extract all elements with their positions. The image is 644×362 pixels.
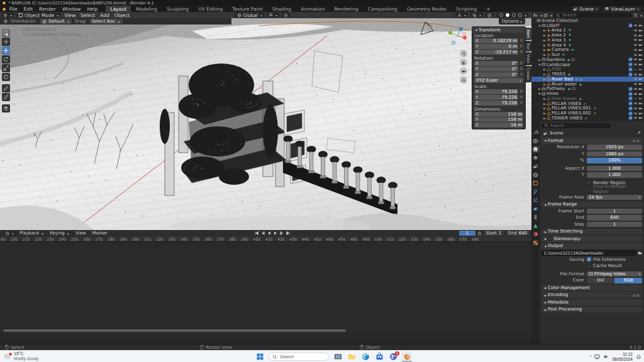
timeline-menu-keying[interactable]: Keying▾ (47, 231, 72, 236)
lock-icon[interactable] (519, 101, 523, 106)
outliner-row-area-1[interactable]: ▶Area 1 (531, 28, 644, 33)
taskbar-app-store[interactable] (374, 352, 384, 362)
cam-icon[interactable] (638, 57, 643, 62)
weather-widget[interactable]: 15°CMostly cloudy (3, 351, 38, 361)
eye-closed-icon[interactable] (633, 96, 638, 101)
lock-icon[interactable] (519, 95, 523, 100)
outliner-editor-icon[interactable] (533, 13, 538, 18)
cam-icon[interactable] (638, 43, 643, 47)
orientation-select[interactable]: Default▾ (40, 19, 72, 24)
outliner-row-scene-collection[interactable]: Scene Collection (531, 18, 644, 23)
menu-edit[interactable]: Edit (21, 6, 36, 12)
check-icon[interactable] (628, 87, 633, 91)
workspace-tab-sculpting[interactable]: Sculpting (162, 6, 194, 12)
outliner-row-light[interactable]: ▼LIGHT (531, 23, 644, 28)
viewport-menu-select[interactable]: Select (78, 13, 97, 18)
outliner-row-river-water[interactable]: ▶River water (531, 82, 644, 87)
cam-icon[interactable] (638, 72, 643, 77)
lock-icon[interactable] (519, 72, 523, 77)
snap-dropdown[interactable]: ▾ (267, 13, 279, 18)
shading-rendered-icon[interactable] (518, 13, 522, 17)
prop-value-field[interactable]: 100% (587, 158, 642, 163)
cam-icon[interactable] (638, 106, 643, 111)
properties-tab-modifiers[interactable] (532, 189, 540, 195)
prop-value-field[interactable]: 1 (587, 222, 642, 228)
display-tray-icon[interactable] (594, 354, 600, 359)
lock-icon[interactable] (519, 89, 523, 94)
timeline-ruler[interactable]: 1902002102202302402502602702802903003103… (0, 236, 531, 242)
sidebar-tab-tool[interactable]: Tool (526, 41, 531, 52)
scale-y-field[interactable]: Y79.226 (474, 95, 523, 100)
cam-icon[interactable] (638, 101, 643, 106)
prop-dropdown[interactable]: 24 fps▾ (587, 195, 642, 200)
tool-scale-button[interactable] (2, 64, 10, 72)
properties-tab-object[interactable] (532, 180, 540, 187)
overlays-toggle[interactable]: ▾ (470, 13, 483, 18)
timeline-track-area[interactable] (0, 242, 531, 334)
cam-icon[interactable] (638, 77, 643, 81)
location-z-field[interactable]: Z-10.217 m (474, 50, 523, 55)
outliner-row-pillar-vines[interactable]: ▶PILLAR VINES (531, 101, 644, 106)
eye-icon[interactable] (633, 28, 638, 33)
properties-panel-header[interactable]: ▾Properties (472, 128, 525, 129)
panel-header-post-processing[interactable]: ▸Post Processing (541, 307, 642, 313)
menu-help[interactable]: Help (84, 6, 101, 12)
timeline-menu-playback[interactable]: Playback▾ (17, 231, 46, 236)
blender-menu-icon[interactable] (2, 7, 6, 11)
orientation-dropdown[interactable]: Global▾ (235, 13, 264, 18)
dimensions-x-field[interactable]: X158 m (474, 112, 523, 117)
cam-icon[interactable] (638, 111, 643, 116)
output-path-field[interactable]: C:\Users\322134\Downloads\ (541, 250, 636, 256)
panel-header-output[interactable]: ▾Output (541, 243, 642, 250)
current-frame-field[interactable]: 1 (459, 231, 475, 236)
tool-add-cube-button[interactable] (2, 104, 10, 112)
eye-icon[interactable] (633, 38, 638, 42)
properties-tab-view-layer[interactable] (532, 155, 540, 162)
menu-render[interactable]: Render (36, 6, 59, 12)
cam-icon[interactable] (638, 87, 643, 91)
prop-dropdown[interactable]: FFmpeg Video▾ (587, 272, 642, 277)
workspace-tab-shading[interactable]: Shading (268, 6, 296, 12)
shading-wireframe-icon[interactable] (499, 13, 503, 17)
gizmo-toggle[interactable]: ▾ (455, 13, 468, 18)
color-option-rgb[interactable]: RGB (614, 278, 642, 283)
check-icon[interactable] (628, 106, 633, 111)
location-x-field[interactable]: X0.18219 m (474, 38, 523, 43)
outliner-row-pillar-vines-002[interactable]: ▶PILLAR VINES.002 (531, 111, 644, 116)
next-keyframe-button[interactable] (279, 231, 284, 236)
eye-icon[interactable] (633, 48, 638, 52)
prop-value-field[interactable]: 1.000 (587, 166, 642, 172)
scene-selector[interactable]: Scene ✕ (571, 6, 600, 11)
3d-viewport[interactable]: ▾ Object Mode▾ ViewSelectAddObject Globa… (0, 12, 531, 230)
properties-tab-texture[interactable] (532, 239, 540, 246)
prop-value-field[interactable]: 1080 px (587, 151, 642, 157)
jump-to-start-button[interactable] (253, 231, 259, 236)
sidebar-tab-create[interactable]: Create (526, 66, 531, 82)
frame-start-field[interactable]: Start1 (484, 231, 504, 236)
check-icon[interactable] (628, 67, 633, 72)
outliner-row-gardens[interactable]: ▶Gardens (531, 57, 644, 62)
eye-icon[interactable] (633, 92, 638, 96)
perspective-toggle-button[interactable] (460, 76, 467, 84)
timeline-scrollbar[interactable] (3, 329, 346, 332)
jump-to-end-button[interactable] (285, 231, 291, 236)
eye-icon[interactable] (633, 23, 638, 28)
properties-tab-particles[interactable] (532, 197, 540, 204)
eye-icon[interactable] (633, 33, 638, 38)
check-icon[interactable] (628, 57, 633, 62)
prop-value-field[interactable]: 1 (587, 209, 642, 214)
tool-select-box-button[interactable] (2, 29, 10, 37)
viewport-menu-view[interactable]: View (62, 13, 78, 18)
check-icon[interactable] (628, 72, 633, 77)
prev-keyframe-button[interactable] (260, 231, 265, 236)
outliner-search-input[interactable] (562, 13, 630, 18)
prop-value-field[interactable]: 640 (587, 215, 642, 221)
color-option-bw[interactable]: BW (587, 278, 614, 283)
cam-icon[interactable] (638, 96, 643, 101)
scale-x-field[interactable]: X79.226 (474, 89, 523, 94)
cam-icon[interactable] (638, 67, 643, 72)
location-y-field[interactable]: Y0 m (474, 44, 523, 49)
cam-icon[interactable] (638, 28, 643, 33)
timeline-menu-marker[interactable]: Marker (89, 231, 109, 236)
unlink-scene-icon[interactable]: ✕ (595, 7, 598, 11)
